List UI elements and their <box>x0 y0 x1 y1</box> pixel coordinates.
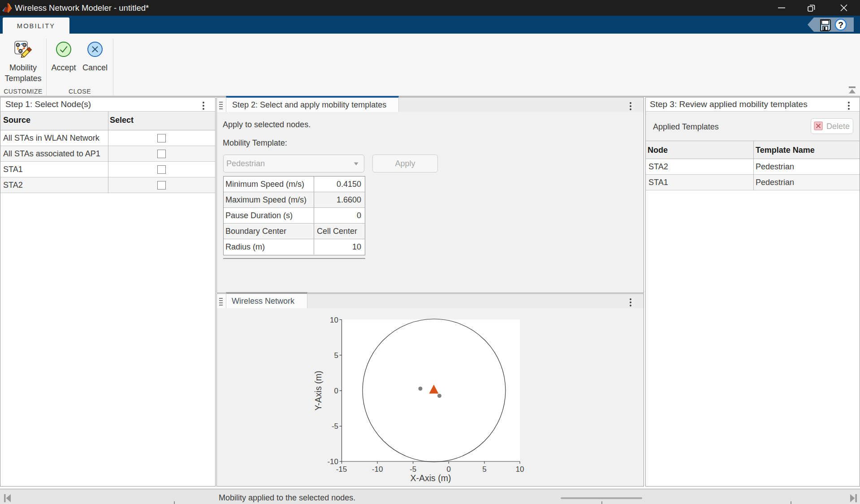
svg-text:0: 0 <box>334 387 338 395</box>
svg-text:Y-Axis (m): Y-Axis (m) <box>313 370 323 410</box>
svg-text:10: 10 <box>330 316 338 324</box>
svg-text:0: 0 <box>447 465 451 474</box>
svg-text:10: 10 <box>516 465 524 474</box>
svg-text:-15: -15 <box>336 465 347 474</box>
svg-text:-10: -10 <box>327 457 338 466</box>
svg-text:5: 5 <box>482 465 486 474</box>
svg-text:-5: -5 <box>410 465 416 474</box>
svg-text:?: ? <box>838 20 843 30</box>
svg-text:X-Axis (m): X-Axis (m) <box>411 473 451 483</box>
svg-text:-5: -5 <box>332 422 338 431</box>
svg-text:5: 5 <box>334 351 338 360</box>
svg-text:-10: -10 <box>372 465 383 474</box>
